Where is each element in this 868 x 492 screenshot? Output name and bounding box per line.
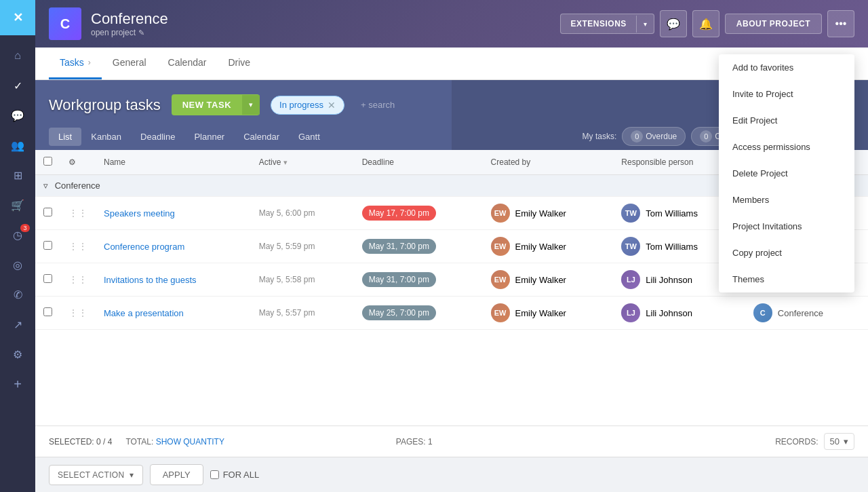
dropdown-edit-project[interactable]: Edit Project <box>719 107 854 134</box>
filter-close-icon[interactable]: ✕ <box>328 100 336 111</box>
task-name-link[interactable]: Make a presentation <box>104 308 184 318</box>
for-all-checkbox-label[interactable]: FOR ALL <box>210 470 259 480</box>
row-created-by-cell: EW Emily Walker <box>483 230 614 263</box>
row-drag-cell: ⋮⋮ <box>60 263 96 297</box>
sidebar-item-tasks[interactable]: ✓ <box>0 71 35 100</box>
responsible-avatar: TW <box>621 237 640 256</box>
responsible-name: Tom Williams <box>646 208 698 219</box>
notification-header-button[interactable]: 🔔 <box>692 10 719 37</box>
row-checkbox[interactable] <box>43 307 52 316</box>
row-name-cell: Invitations to the guests <box>96 263 251 297</box>
new-task-arrow-icon[interactable]: ▾ <box>242 95 260 115</box>
row-drag-cell: ⋮⋮ <box>60 230 96 263</box>
drag-handle-icon[interactable]: ⋮⋮ <box>68 208 87 219</box>
in-progress-filter[interactable]: In progress ✕ <box>271 96 344 115</box>
comments-count: 0 <box>700 130 712 143</box>
row-created-by-cell: EW Emily Walker <box>483 297 614 330</box>
target-icon: ◎ <box>13 259 22 271</box>
edit-project-icon[interactable]: ✎ <box>138 29 144 37</box>
created-by-col-label: Created by <box>491 157 531 167</box>
responsible-avatar: LJ <box>621 303 640 322</box>
dropdown-themes[interactable]: Themes <box>719 266 854 292</box>
drag-handle-icon[interactable]: ⋮⋮ <box>68 307 87 318</box>
cart-icon: 🛒 <box>11 199 24 212</box>
tab-drive[interactable]: Drive <box>217 48 261 79</box>
row-project-cell: C Conference <box>745 297 868 330</box>
project-avatar-placeholder: C <box>49 7 81 40</box>
more-menu-button[interactable]: ••• <box>827 10 854 37</box>
sidebar-close-button[interactable]: ✕ <box>0 0 35 35</box>
sidebar-item-chat[interactable]: 💬 <box>0 100 35 130</box>
pages-info: PAGES: 1 <box>396 437 433 447</box>
row-checkbox[interactable] <box>43 208 52 216</box>
new-task-button[interactable]: NEW TASK ▾ <box>172 94 260 115</box>
sidebar-item-phone[interactable]: ✆ <box>0 280 35 309</box>
dropdown-project-invitations[interactable]: Project Invitations <box>719 213 854 240</box>
records-select[interactable]: 50 ▾ <box>824 433 854 450</box>
row-active-cell: May 5, 5:59 pm <box>251 230 354 263</box>
sidebar-add-button[interactable]: + <box>0 369 35 399</box>
table-footer: SELECTED: 0 / 4 TOTAL: SHOW QUANTITY PAG… <box>35 425 868 457</box>
phone-icon: ✆ <box>14 288 22 301</box>
row-checkbox-cell <box>35 230 60 263</box>
task-name-link[interactable]: Speakers meeting <box>104 208 175 219</box>
sidebar-item-signal[interactable]: ↗ <box>0 309 35 339</box>
group-collapse-icon[interactable]: ▿ <box>43 181 48 191</box>
row-name-cell: Make a presentation <box>96 297 251 330</box>
subnav-deadline[interactable]: Deadline <box>131 128 184 146</box>
column-settings-icon[interactable]: ⚙ <box>68 157 76 167</box>
subnav-calendar[interactable]: Calendar <box>234 128 289 146</box>
extensions-button[interactable]: EXTENSIONS ▾ <box>560 14 654 34</box>
sidebar-item-home[interactable]: ⌂ <box>0 41 35 71</box>
records-dropdown-icon: ▾ <box>844 436 848 447</box>
deadline-badge: May 17, 7:00 pm <box>362 206 436 221</box>
tab-general[interactable]: General <box>102 48 157 79</box>
row-responsible-cell: LJ Lili Johnson <box>613 297 745 330</box>
extensions-arrow-icon[interactable]: ▾ <box>636 16 654 33</box>
created-by-name: Emily Walker <box>515 242 566 252</box>
select-all-checkbox[interactable] <box>43 157 52 166</box>
task-name-link[interactable]: Conference program <box>104 242 184 252</box>
active-col-header[interactable]: Active ▾ <box>251 150 354 175</box>
dropdown-access-permissions[interactable]: Access permissions <box>719 134 854 160</box>
new-task-label: NEW TASK <box>172 94 242 115</box>
tab-tasks[interactable]: Tasks › <box>49 48 102 79</box>
chat-icon: 💬 <box>11 109 24 122</box>
about-project-button[interactable]: ABOUT PROJECT <box>725 14 822 34</box>
sidebar-item-cart[interactable]: 🛒 <box>0 190 35 220</box>
tab-calendar[interactable]: Calendar <box>157 48 218 79</box>
row-created-by-cell: EW Emily Walker <box>483 197 614 230</box>
subnav-kanban[interactable]: Kanban <box>81 128 131 146</box>
dropdown-copy-project[interactable]: Copy project <box>719 240 854 266</box>
sidebar-item-users[interactable]: 👥 <box>0 130 35 160</box>
dropdown-members[interactable]: Members <box>719 187 854 213</box>
dropdown-add-favorites[interactable]: Add to favorites <box>719 54 854 81</box>
select-action-dropdown[interactable]: SELECT ACTION ▾ <box>49 465 143 485</box>
row-checkbox[interactable] <box>43 241 52 250</box>
subnav-planner[interactable]: Planner <box>184 128 234 146</box>
sidebar-item-gear[interactable]: ⚙ <box>0 339 35 369</box>
for-all-checkbox[interactable] <box>210 470 219 479</box>
overdue-filter-button[interactable]: 0 Overdue <box>622 127 686 146</box>
apply-button[interactable]: APPLY <box>150 464 203 485</box>
overdue-label: Overdue <box>646 132 677 141</box>
action-bar: SELECT ACTION ▾ APPLY FOR ALL <box>35 457 868 492</box>
more-icon: ••• <box>835 18 847 30</box>
dropdown-delete-project[interactable]: Delete Project <box>719 160 854 187</box>
subnav-gantt[interactable]: Gantt <box>289 128 330 146</box>
row-checkbox[interactable] <box>43 274 52 283</box>
row-deadline-cell: May 31, 7:00 pm <box>354 230 483 263</box>
tab-drive-label: Drive <box>228 57 250 68</box>
dropdown-invite-project[interactable]: Invite to Project <box>719 81 854 107</box>
sidebar-item-target[interactable]: ◎ <box>0 250 35 280</box>
drag-handle-icon[interactable]: ⋮⋮ <box>68 274 87 285</box>
active-col-label: Active <box>259 157 281 167</box>
tab-calendar-label: Calendar <box>168 57 207 68</box>
task-name-link[interactable]: Invitations to the guests <box>104 275 197 285</box>
show-quantity-link[interactable]: SHOW QUANTITY <box>156 437 224 447</box>
drag-handle-icon[interactable]: ⋮⋮ <box>68 241 87 252</box>
sidebar-item-clock[interactable]: ◷ 3 <box>0 220 35 250</box>
chat-header-button[interactable]: 💬 <box>660 10 687 37</box>
subnav-list[interactable]: List <box>49 128 81 146</box>
sidebar-item-grid[interactable]: ⊞ <box>0 160 35 190</box>
